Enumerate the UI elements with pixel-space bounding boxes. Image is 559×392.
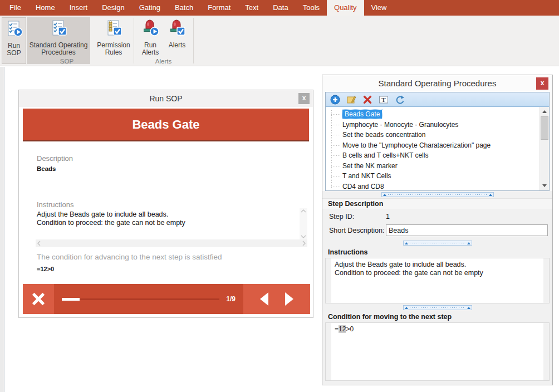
run-sop-icon (4, 19, 23, 41)
run-sop-dialog-title: Run SOP (19, 90, 313, 107)
sop-panel-title: Standard Operating Procedures (322, 75, 552, 92)
instructions-textbox[interactable]: Adjust the Beads gate to include all bea… (325, 258, 550, 303)
splitter-collapse-icon[interactable] (405, 307, 408, 309)
splitter-collapse-icon[interactable] (467, 242, 470, 244)
tab-design[interactable]: Design (95, 0, 131, 16)
run-alerts-button[interactable]: Run Alerts (138, 17, 163, 64)
tree-item-beads-concentration[interactable]: Set the beads concentration (326, 130, 540, 140)
next-step-button[interactable] (285, 292, 293, 306)
tree-scrollbar[interactable] (540, 107, 549, 190)
progress-fill[interactable] (62, 298, 80, 301)
delete-step-icon[interactable] (362, 95, 372, 105)
sop-navigation-bar: 1/9 (23, 284, 310, 314)
splitter-grip (410, 307, 465, 308)
permission-rules-label: Permission Rules (95, 42, 133, 56)
progress-track[interactable] (62, 298, 219, 300)
ribbon-tab-bar: File Home Insert Design Gating Batch For… (0, 0, 559, 16)
splitter-collapse-icon[interactable] (489, 194, 492, 196)
tab-gating[interactable]: Gating (132, 0, 168, 16)
instructions-vertical-scrollbar[interactable] (300, 208, 307, 239)
run-sop-button[interactable]: Run SOP (2, 17, 26, 64)
tree-item-label: Set the NK marker (342, 162, 398, 170)
progress-count: 1/9 (226, 295, 236, 303)
tree-item-b-t-nkt[interactable]: B cells and T cells+NKT cells (326, 150, 540, 161)
scroll-right-icon[interactable] (302, 241, 306, 246)
alerts-label: Alerts (169, 42, 186, 49)
splitter-grip (388, 194, 487, 195)
permission-rules-icon (104, 19, 123, 40)
tab-batch[interactable]: Batch (168, 0, 200, 16)
sop-editor-panel: Standard Operating Procedures x (322, 75, 553, 385)
splitter-collapse-icon[interactable] (467, 307, 470, 309)
splitter-collapse-icon[interactable] (383, 194, 386, 196)
sop-toolbar: T (326, 92, 549, 107)
scroll-up-icon[interactable] (301, 209, 306, 213)
short-description-label: Short Description: (329, 227, 384, 234)
scroll-up-icon[interactable] (542, 110, 547, 113)
tree-item-cd4-cd8[interactable]: CD4 and CD8 (326, 182, 540, 191)
tab-file[interactable]: File (2, 0, 28, 16)
instructions-horizontal-scrollbar[interactable] (36, 239, 307, 247)
permission-rules-button[interactable]: Permission Rules (95, 17, 133, 64)
tree-item-t-nkt-cells[interactable]: T and NKT Cells (326, 171, 540, 182)
tree-item-label: Beads Gate (342, 110, 382, 119)
description-splitter[interactable] (403, 241, 472, 246)
scroll-down-icon[interactable] (301, 235, 306, 238)
scroll-left-icon[interactable] (37, 241, 41, 246)
tree-item-label: Move to the "Lymphocyte Charatacerizatio… (342, 141, 491, 149)
run-sop-label: Run SOP (2, 42, 26, 57)
sop-checklist-icon (49, 19, 68, 40)
condition-prefix: = (335, 325, 339, 333)
step-description-header: Step Description (322, 198, 552, 209)
alerts-button[interactable]: Alerts (165, 17, 189, 64)
tree-splitter[interactable] (381, 192, 494, 197)
description-label: Description (37, 154, 73, 163)
step-title-banner: Beads Gate (23, 109, 309, 141)
tab-tools[interactable]: Tools (296, 0, 327, 16)
instructions-line-1: Adjust the Beads gate to include all bea… (37, 210, 168, 218)
tree-item-label: B cells and T cells+NKT cells (342, 151, 428, 159)
condition-formula-text: =12>0 (37, 266, 54, 272)
rename-step-icon[interactable]: T (379, 95, 389, 105)
standard-operating-procedures-button[interactable]: Standard Operating Procedures (27, 17, 90, 64)
tree-item-label: T and NKT Cells (342, 172, 391, 180)
tree-item-move-page[interactable]: Move to the "Lymphocyte Charatacerizatio… (326, 140, 540, 151)
tree-item-beads-gate[interactable]: Beads Gate (326, 109, 540, 120)
run-sop-close-button[interactable]: x (298, 93, 310, 104)
group-divider (134, 18, 134, 63)
condition-highlighted-token: 12 (339, 325, 346, 333)
tree-item-nk-marker[interactable]: Set the NK marker (326, 161, 540, 171)
tree-item-label: Set the beads concentration (342, 131, 425, 139)
previous-step-button[interactable] (260, 292, 268, 306)
scroll-thumb[interactable] (541, 116, 548, 140)
left-gutter (0, 67, 4, 392)
edit-step-icon[interactable] (346, 95, 356, 105)
scroll-down-icon[interactable] (542, 184, 547, 187)
condition-suffix: >0 (346, 325, 354, 333)
splitter-grip (410, 243, 465, 243)
tab-data[interactable]: Data (266, 0, 295, 16)
sop-panel-close-button[interactable]: x (536, 77, 548, 90)
add-step-icon[interactable] (330, 95, 340, 105)
step-title: Beads Gate (132, 117, 199, 132)
alerts-group-label: Alerts (134, 58, 193, 65)
run-sop-dialog: Run SOP x Beads Gate Description Beads I… (18, 90, 313, 318)
alerts-icon (168, 19, 187, 40)
tab-home[interactable]: Home (28, 0, 62, 16)
splitter-collapse-icon[interactable] (405, 242, 408, 244)
tab-quality[interactable]: Quality (327, 0, 364, 16)
sop-steps-listbox: T Beads Gate Lymphocyte - Monocyte - Gra… (325, 92, 550, 191)
tab-insert[interactable]: Insert (62, 0, 95, 16)
condition-textbox[interactable]: =12>0 (325, 322, 550, 381)
run-sop-titlebar[interactable]: Run SOP x (19, 90, 313, 107)
instructions-label: Instructions (37, 200, 73, 209)
tab-format[interactable]: Format (200, 0, 238, 16)
tab-text[interactable]: Text (238, 0, 266, 16)
short-description-input[interactable] (386, 224, 548, 236)
ribbon-body: Run SOP Standard Operating Procedures (0, 16, 559, 66)
stop-sop-button[interactable] (23, 284, 54, 314)
tab-view[interactable]: View (364, 0, 394, 16)
instructions-splitter[interactable] (403, 305, 472, 310)
tree-item-lymph-mono-gran[interactable]: Lymphocyte - Monocyte - Granulocytes (326, 120, 540, 130)
undo-icon[interactable] (395, 95, 405, 105)
